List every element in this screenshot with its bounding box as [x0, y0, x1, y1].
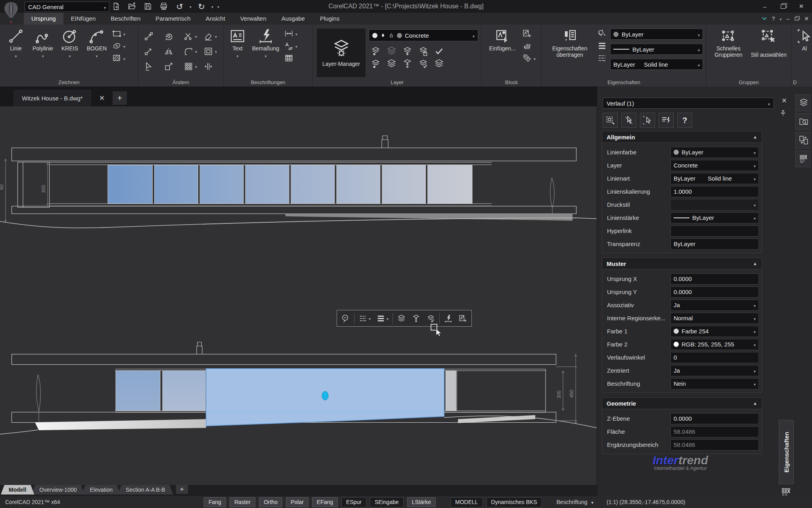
- layer-quick-button[interactable]: [395, 312, 408, 325]
- property-value-field[interactable]: ByLayer Solid line: [670, 173, 759, 184]
- deselect-button[interactable]: [621, 113, 636, 128]
- panel-pin-button[interactable]: [779, 109, 789, 119]
- sheet-tab[interactable]: Section A-A B-B: [118, 485, 173, 495]
- property-value-field[interactable]: ByLayer: [670, 239, 759, 250]
- match-properties-button[interactable]: Eigenschaften übertragen: [546, 28, 594, 58]
- properties-side-tab[interactable]: Eigenschaften: [779, 420, 794, 484]
- layer-match-button[interactable]: [418, 57, 434, 70]
- sheet-tab[interactable]: Modell: [1, 485, 34, 495]
- new-document-tab-button[interactable]: +: [113, 91, 127, 105]
- collapse-arrow-icon[interactable]: ▲: [753, 261, 757, 266]
- layer-lock-button[interactable]: [418, 44, 434, 57]
- circle-button[interactable]: KREIS: [58, 28, 82, 59]
- line-color-dropdown[interactable]: ByLayer: [610, 29, 703, 40]
- layer-dropdown[interactable]: Concrete: [369, 29, 478, 41]
- help-button[interactable]: ?: [677, 113, 692, 128]
- menu-tab[interactable]: Parametrisch: [148, 13, 198, 25]
- sheet-tab[interactable]: Elevation: [82, 485, 121, 495]
- layer-apply-button[interactable]: [434, 44, 450, 57]
- mirror-button[interactable]: [164, 44, 184, 59]
- dimension-style-button[interactable]: [284, 29, 297, 38]
- select-filter-button[interactable]: [640, 113, 655, 128]
- status-toggle-button[interactable]: Polar: [286, 497, 308, 507]
- rectangle-button[interactable]: [112, 29, 125, 38]
- document-tab-close-button[interactable]: ✕: [96, 92, 108, 104]
- linestyle-quick-button[interactable]: [357, 312, 372, 325]
- menu-tab[interactable]: Ausgabe: [274, 13, 312, 25]
- property-value-field[interactable]: Ja: [670, 300, 759, 311]
- corelcad-logo[interactable]: [3, 1, 19, 23]
- split-button[interactable]: [203, 59, 223, 74]
- line-button[interactable]: Linie: [4, 28, 28, 59]
- section-header[interactable]: Allgemein ▲: [602, 131, 762, 143]
- fillet-button[interactable]: [184, 44, 203, 59]
- save-button[interactable]: [142, 1, 154, 12]
- sheet-tab[interactable]: Overview-1000: [31, 485, 84, 495]
- ellipse-button[interactable]: [112, 41, 125, 51]
- set-layer-current-button[interactable]: [425, 312, 437, 325]
- lineweight-dropdown[interactable]: ByLayer: [610, 44, 703, 55]
- property-value-field[interactable]: ByLayer: [670, 212, 759, 223]
- text-button[interactable]: Text: [228, 28, 247, 59]
- insert-block-button[interactable]: Einfügen...: [486, 28, 519, 52]
- menu-tab[interactable]: EINfügen: [63, 13, 103, 25]
- property-value-field[interactable]: [670, 225, 759, 237]
- layer-hide-button[interactable]: [370, 44, 386, 57]
- layer-unlock-button[interactable]: [402, 57, 418, 70]
- smart-dimension-button[interactable]: [442, 312, 454, 325]
- layers-palette-tab[interactable]: [795, 94, 811, 111]
- select-all-button[interactable]: Al: [796, 28, 812, 52]
- compare-palette-tab[interactable]: [795, 132, 811, 148]
- layer-previous-button[interactable]: [434, 57, 450, 70]
- undo-dropdown-arrow[interactable]: [190, 3, 192, 10]
- property-value-field[interactable]: 0: [670, 352, 759, 363]
- redo-button[interactable]: ↻: [195, 1, 207, 12]
- layer-isolate-button[interactable]: [386, 44, 402, 57]
- menu-tab[interactable]: Plugins: [312, 13, 347, 25]
- layer-manager-button[interactable]: Layer-Manager: [317, 29, 366, 77]
- property-value-field[interactable]: RGB: 255, 255, 255: [670, 339, 759, 350]
- help-icon[interactable]: ?: [772, 15, 775, 22]
- color-tool-button[interactable]: [597, 29, 607, 38]
- property-value-field[interactable]: Nein: [670, 378, 759, 389]
- select-move-button[interactable]: [144, 59, 164, 74]
- offset-button[interactable]: [203, 44, 223, 59]
- menu-tab[interactable]: Ursprung: [24, 13, 63, 25]
- trim-button[interactable]: [184, 29, 203, 44]
- delete-button[interactable]: [203, 29, 223, 44]
- status-toggle-button[interactable]: EFang: [312, 497, 338, 507]
- lineweight-quick-button[interactable]: [375, 312, 390, 325]
- property-value-field[interactable]: Concrete: [670, 160, 759, 171]
- help-dropdown-arrow[interactable]: [779, 15, 781, 22]
- polyline-button[interactable]: Polylinie: [31, 28, 55, 59]
- property-value-field[interactable]: 0.0000: [670, 273, 759, 285]
- rotate-button[interactable]: [164, 29, 184, 44]
- linestyle-tool-button[interactable]: [597, 53, 607, 63]
- entity-type-selector[interactable]: Verlauf (1): [603, 98, 774, 109]
- annotation-palette-tab[interactable]: [795, 150, 811, 167]
- annotation-button[interactable]: [457, 312, 469, 325]
- layer-thaw-button[interactable]: [386, 57, 402, 70]
- restore-button[interactable]: [775, 1, 791, 12]
- status-toggle-button[interactable]: Raster: [230, 497, 255, 507]
- quick-properties-button[interactable]: [659, 113, 674, 128]
- minimize-ribbon-icon[interactable]: [762, 17, 767, 21]
- open-file-button[interactable]: [126, 1, 138, 12]
- resize-button[interactable]: [144, 29, 164, 44]
- collapse-arrow-icon[interactable]: ▲: [753, 401, 757, 406]
- menu-tab[interactable]: Verwalten: [233, 13, 274, 25]
- property-value-field[interactable]: 0.0000: [670, 413, 759, 424]
- pattern-button[interactable]: [184, 59, 203, 74]
- add-sheet-button[interactable]: +: [176, 485, 188, 494]
- scale-button[interactable]: [164, 59, 184, 74]
- window-panel[interactable]: [116, 371, 160, 411]
- select-entities-button[interactable]: [603, 113, 618, 128]
- minimize-button[interactable]: –: [756, 1, 773, 12]
- doc-minimize-icon[interactable]: –: [786, 15, 789, 22]
- define-block-button[interactable]: [522, 29, 536, 38]
- window-panel[interactable]: [163, 371, 205, 411]
- customize-toolbar-arrow[interactable]: [217, 3, 219, 10]
- property-value-field[interactable]: ByLayer: [670, 147, 759, 158]
- status-toggle-button[interactable]: ESpur: [341, 497, 366, 507]
- annotation-scale-dropdown[interactable]: Beschriftung: [553, 498, 597, 507]
